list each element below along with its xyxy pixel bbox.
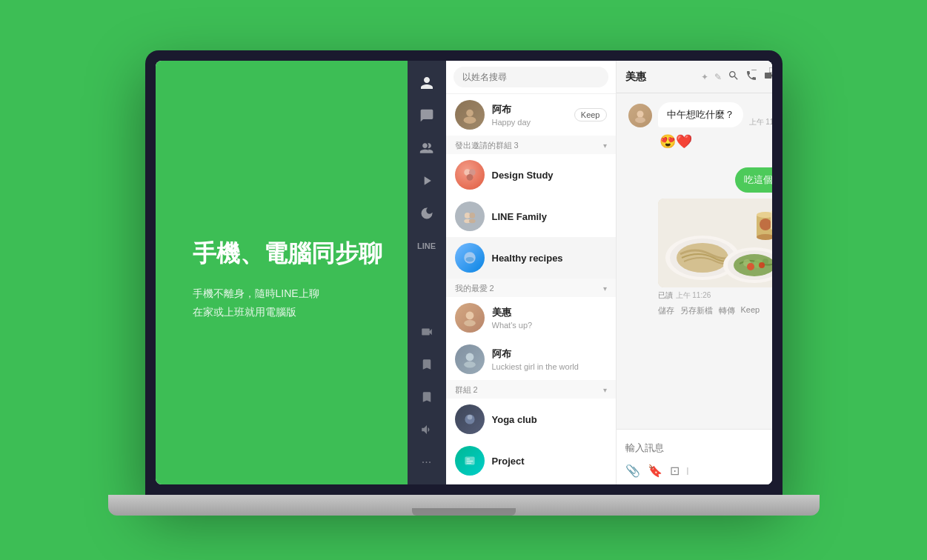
nav-bookmark[interactable] [411,350,443,379]
nav-friends[interactable] [411,68,443,98]
action-forward[interactable]: 轉傳 [719,305,735,316]
page-background: 手機、電腦同步聊 手機不離身，隨時LINE上聊 在家或上班就用電腦版 – □ ✕ [0,0,927,560]
action-save[interactable]: 儲存 [658,305,674,316]
verified-icon: ✦ [701,72,708,82]
group-name-yoga: Yoga club [492,414,607,425]
sidebar-nav: LINE [408,61,446,484]
search-input[interactable] [453,67,608,87]
group-name-line-family: LINE Family [492,211,607,222]
group-item-design-study[interactable]: Design Study [446,154,616,196]
chat-header-name: 美惠 [625,70,698,84]
avatar-healthy-recipes [455,243,485,273]
chat-list-panel: 阿布 Happy day Keep 發出邀請的群組 3 ▾ [446,61,617,484]
invited-section-title: 發出邀請的群組 3 [455,140,519,151]
search-icon[interactable] [728,70,740,84]
svg-point-11 [465,312,474,320]
avatar-yoga [455,404,485,434]
svg-point-0 [466,110,474,117]
nav-chats[interactable] [411,101,443,130]
group-item-line-family[interactable]: LINE Family [446,196,616,237]
icon-separator: | [687,466,689,475]
window-controls: – □ ✕ [741,61,772,79]
input-bar: 📎 🔖 ⊡ | 🙂 [617,429,772,484]
svg-point-5 [464,213,470,219]
invited-section-arrow[interactable]: ▾ [603,141,607,150]
favorite-item-meihe[interactable]: 美惠 What's up? [446,297,616,339]
svg-point-10 [465,257,474,262]
avatar-abu-fav [455,344,485,374]
msg-bubble-outgoing-1: 吃這個？ [735,167,772,193]
group-item-yoga[interactable]: Yoga club [446,399,616,440]
laptop-screen: 手機、電腦同步聊 手機不離身，隨時LINE上聊 在家或上班就用電腦版 – □ ✕ [156,61,772,484]
favorites-section-arrow[interactable]: ▾ [603,284,607,293]
image-actions: 儲存 另存新檔 轉傳 Keep [658,304,772,318]
keep-badge[interactable]: Keep [574,108,607,121]
svg-rect-18 [466,459,469,459]
nav-more[interactable]: ··· [411,447,443,477]
svg-point-16 [467,415,472,420]
chat-info-design-study: Design Study [492,170,607,181]
chat-messages: 中午想吃什麼？ 上午 11:13 😍❤️ 已讀 吃這個？ [617,93,772,429]
laptop-frame: 手機、電腦同步聊 手機不離身，隨時LINE上聊 在家或上班就用電腦版 – □ ✕ [145,50,783,495]
nav-group-add[interactable] [411,133,443,163]
svg-point-6 [469,213,475,219]
bookmark-input-icon[interactable]: 🔖 [648,464,662,478]
minimize-button[interactable]: – [748,64,760,76]
invited-section-header: 發出邀請的群組 3 ▾ [446,136,616,154]
crop-icon[interactable]: ⊡ [670,464,680,478]
nav-bookmark2[interactable] [411,382,443,412]
action-keep[interactable]: Keep [741,305,760,316]
svg-point-21 [637,111,643,118]
group-item-project[interactable]: Project [446,440,616,481]
nav-video[interactable] [411,317,443,347]
message-input[interactable] [625,436,772,459]
favorite-item-abu[interactable]: 阿布 Luckiest girl in the world [446,339,616,380]
svg-point-29 [760,219,771,230]
friend-item-abu[interactable]: 阿布 Happy day Keep [446,94,616,136]
hero-section: 手機、電腦同步聊 手機不離身，隨時LINE上聊 在家或上班就用電腦版 [156,61,408,484]
chat-info-meihe: 美惠 What's up? [492,306,607,330]
action-save-as[interactable]: 另存新檔 [680,305,713,316]
svg-rect-20 [466,463,471,464]
fav-name-abu: 阿布 [492,347,607,361]
search-bar [446,61,616,94]
group-item-healthy-recipes[interactable]: Healthy recipes [446,237,616,279]
chat-list-content: 阿布 Happy day Keep 發出邀請的群組 3 ▾ [446,94,616,484]
svg-point-43 [759,262,765,268]
chat-info-project: Project [492,456,607,467]
chat-info-abu: 阿布 Happy day [492,103,567,127]
maximize-button[interactable]: □ [766,64,772,76]
attachment-icon[interactable]: 📎 [625,464,640,478]
chat-window: 美惠 ✦ ✎ [617,61,772,484]
chat-info-line-family: LINE Family [492,211,607,222]
chat-info-abu-fav: 阿布 Luckiest girl in the world [492,347,607,371]
msg-bubble-incoming-1: 中午想吃什麼？ [658,102,743,127]
nav-share[interactable] [411,166,443,196]
svg-point-12 [464,320,476,326]
msg-avatar-meihe [628,104,652,127]
nav-speaker[interactable] [411,415,443,444]
svg-point-8 [468,219,475,224]
groups-section-arrow[interactable]: ▾ [603,386,607,394]
message-row-outgoing-1: 已讀 吃這個？ [628,156,772,193]
group-name-healthy-recipes: Healthy recipes [492,253,607,264]
nav-night[interactable] [411,199,443,228]
group-name-project: Project [492,456,607,467]
nav-line-brand[interactable]: LINE [411,231,443,261]
fav-name-meihe: 美惠 [492,306,607,319]
groups-section-header: 群組 2 ▾ [446,380,616,399]
favorites-section-header: 我的最愛 2 ▾ [446,279,616,297]
image-time: 上午 11:26 [676,290,711,301]
friend-name-abu: 阿布 [492,103,567,116]
avatar-design-study [455,160,485,190]
hero-subtitle: 手機不離身，隨時LINE上聊 在家或上班就用電腦版 [193,284,385,321]
avatar-project [455,446,485,476]
group-name-design-study: Design Study [492,170,607,181]
hero-title: 手機、電腦同步聊 [193,239,385,270]
msg-time-1: 上午 11:13 [749,117,772,127]
message-row-incoming-1: 中午想吃什麼？ 上午 11:13 [628,102,772,127]
food-image-message[interactable] [658,199,772,287]
svg-point-22 [635,117,645,123]
svg-point-4 [466,174,473,181]
chat-info-healthy-recipes: Healthy recipes [492,253,607,264]
